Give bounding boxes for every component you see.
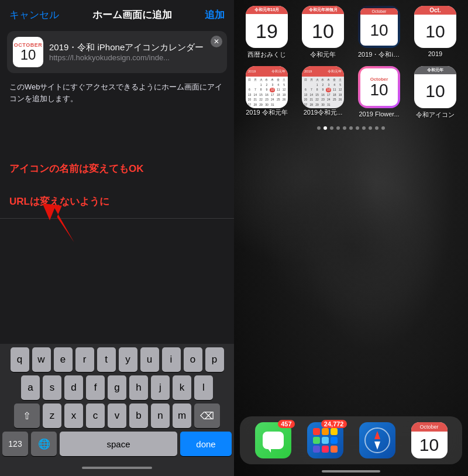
right-panel: 令和元年10月 19 西暦おみくじ 令和元年神無月 10 令和元年 Octobe… (234, 0, 468, 476)
key-n[interactable]: n (151, 403, 170, 428)
app-icon-omikuji: 令和元年10月 19 (246, 6, 288, 48)
annotation-area: アイコンの名前は変えてもOK URLは変えないように (0, 115, 234, 209)
key-f[interactable]: f (86, 375, 105, 400)
icon-reiwaicon-day: 10 (425, 74, 445, 108)
icon-2019iph-header: October (360, 8, 398, 15)
app-label-reiwaicon: 令和アイコン (414, 111, 456, 119)
app-icon-flower: October 10 (358, 66, 400, 108)
key-g[interactable]: g (108, 375, 126, 400)
app-2019reiwa2[interactable]: 2019 令和元年 日月火水木金土 12345 6789101112 13141… (297, 66, 349, 119)
dock-messages[interactable]: 457 (255, 422, 291, 458)
keyboard-row-4: 123 🌐 space done (2, 432, 232, 456)
icon-flower-day: 10 (370, 82, 388, 98)
numbers-key[interactable]: 123 (2, 432, 28, 456)
key-z[interactable]: z (43, 403, 61, 428)
close-icon[interactable]: ✕ (211, 36, 222, 47)
app-label-omikuji: 西暦おみくじ (246, 50, 288, 59)
icon-2019plain-day: 10 (425, 15, 445, 48)
cancel-button[interactable]: キャンセル (9, 8, 59, 22)
bottom-bar-left (0, 463, 234, 476)
app-icon-flower-inner: October 10 (360, 68, 398, 106)
dock-safari[interactable] (359, 422, 395, 458)
shift-key[interactable]: ⇧ (14, 403, 40, 428)
key-c[interactable]: c (86, 403, 105, 428)
app-2019reiwa[interactable]: 2019 令和元年 日月火水木金土 12345 6789101112 13141… (241, 66, 292, 119)
app-label-2019iph: 2019・令和iph... (358, 50, 400, 59)
add-button[interactable]: 追加 (205, 8, 225, 22)
dot-2 (324, 126, 327, 130)
dock-calendar[interactable]: October 10 (411, 422, 448, 458)
key-x[interactable]: x (64, 403, 83, 428)
icon-2019reiwa2-body: 日月火水木金土 12345 6789101112 13141516171819 … (302, 77, 344, 108)
key-u[interactable]: u (140, 347, 159, 372)
icon-2019reiwa2-month: 令和元年 (328, 69, 342, 74)
globe-key[interactable]: 🌐 (31, 432, 57, 456)
icon-grid-row1: 令和元年10月 19 西暦おみくじ 令和元年神無月 10 令和元年 Octobe… (239, 6, 463, 59)
arrow-icon (35, 194, 94, 252)
left-panel: キャンセル ホーム画面に追加 追加 October 10 2019・令和 iPh… (0, 0, 234, 476)
home-indicator-left (82, 467, 152, 469)
nav-title: ホーム画面に追加 (92, 8, 172, 22)
dot-1 (317, 126, 321, 130)
messages-badge: 457 (278, 420, 294, 428)
app-omikuji[interactable]: 令和元年10月 19 西暦おみくじ (241, 6, 292, 59)
key-a[interactable]: a (21, 375, 40, 400)
dot-3 (330, 126, 333, 130)
key-d[interactable]: d (64, 375, 83, 400)
calendar-icon: October 10 (411, 422, 448, 458)
key-h[interactable]: h (129, 375, 148, 400)
key-t[interactable]: t (97, 347, 116, 372)
key-y[interactable]: y (119, 347, 137, 372)
site-name[interactable]: 2019・令和 iPhoneアイコンカレンダー (49, 42, 221, 53)
keyboard-row-3: ⇧ z x c v b n m ⌫ (2, 403, 232, 428)
done-key[interactable]: done (180, 432, 232, 456)
app-icon-2019reiwa2: 2019 令和元年 日月火水木金土 12345 6789101112 13141… (302, 66, 344, 108)
key-j[interactable]: j (151, 375, 170, 400)
site-url: https://l.hokkyokudesign.com/inde... (49, 53, 221, 62)
c1: 日 (247, 78, 252, 82)
key-i[interactable]: i (162, 347, 181, 372)
key-o[interactable]: o (184, 347, 202, 372)
site-info: 2019・令和 iPhoneアイコンカレンダー https://l.hokkyo… (49, 42, 221, 62)
space-key[interactable]: space (60, 432, 177, 456)
key-r[interactable]: r (75, 347, 94, 372)
key-b[interactable]: b (129, 403, 148, 428)
dock: 457 24,772 Oc (240, 416, 462, 464)
app-reiwa[interactable]: 令和元年神無月 10 令和元年 (297, 6, 349, 59)
key-v[interactable]: v (108, 403, 126, 428)
icon-2019plain-header: Oct. (414, 6, 456, 15)
app-icon-2019plain: Oct. 10 (414, 6, 456, 48)
key-q[interactable]: q (11, 347, 29, 372)
app-label-2019reiwa2: 2019令和元... (302, 108, 344, 117)
key-e[interactable]: e (54, 347, 73, 372)
key-l[interactable]: l (194, 375, 213, 400)
app-2019iph[interactable]: October 10 2019・令和iph... (353, 6, 405, 59)
key-k[interactable]: k (173, 375, 191, 400)
key-m[interactable]: m (173, 403, 191, 428)
home-indicator-right (322, 470, 380, 472)
icon-omikuji-day: 19 (256, 14, 278, 48)
key-p[interactable]: p (205, 347, 224, 372)
icon-2019reiwa-month: 令和元年 (271, 69, 285, 74)
dot-10 (375, 126, 378, 130)
app-reiwaicon[interactable]: 令和元年 10 令和アイコン (410, 66, 461, 119)
app-flower[interactable]: October 10 2019 Flower... (353, 66, 405, 119)
annotation-line1: アイコンの名前は変えてもOK (9, 161, 225, 177)
app-label-reiwa: 令和元年 (302, 50, 344, 59)
icon-2019reiwa2-header: 2019 令和元年 (302, 66, 344, 77)
icon-grid-row2: 2019 令和元年 日月火水木金土 12345 6789101112 13141… (239, 66, 463, 119)
app-icon-reiwa: 令和元年神無月 10 (302, 6, 344, 48)
keyboard: q w e r t y u i o p a s d f g h j k l ⇧ … (0, 344, 234, 463)
key-w[interactable]: w (32, 347, 51, 372)
icon-2019reiwa2-year: 2019 (304, 70, 312, 73)
dot-8 (362, 126, 366, 130)
app-icon-2019iph-inner: October 10 (360, 8, 398, 46)
app-2019plain[interactable]: Oct. 10 2019 (410, 6, 461, 59)
icon-2019reiwa-header: 2019 令和元年 (246, 66, 288, 77)
key-s[interactable]: s (43, 375, 61, 400)
home-screen: 令和元年10月 19 西暦おみくじ 令和元年神無月 10 令和元年 Octobe… (234, 0, 468, 134)
backspace-key[interactable]: ⌫ (194, 403, 220, 428)
dock-appstore[interactable]: 24,772 (307, 422, 343, 458)
appstore-badge: 24,772 (321, 420, 347, 428)
description-text: このWebサイトにすぐアクセスできるようにホーム画面にアイコンを追加します。 (0, 77, 234, 109)
